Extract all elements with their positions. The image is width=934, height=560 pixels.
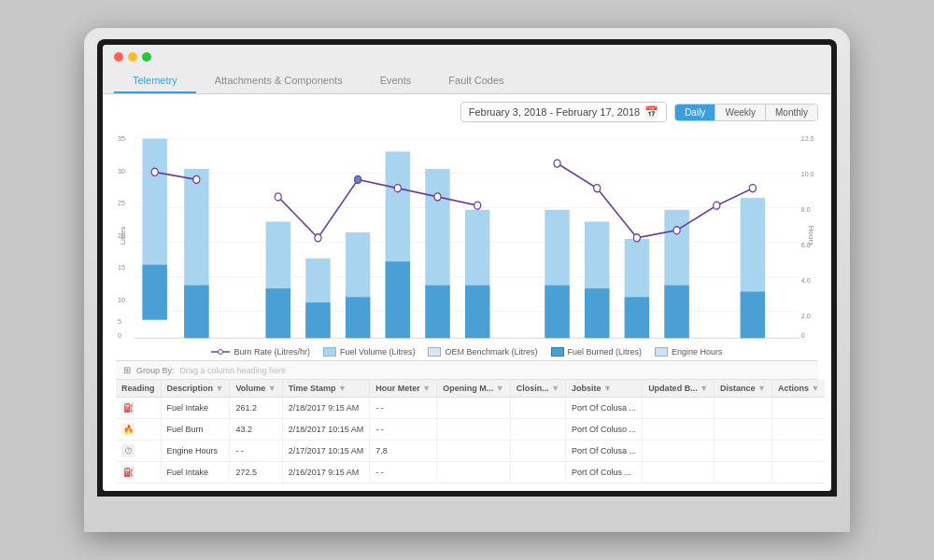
table-row: ⛽ Fuel Intake 261.2 2/18/2017 9:15 AM - … [116, 398, 825, 419]
svg-text:35: 35 [118, 133, 125, 143]
cell-reading-icon: 🔥 [116, 419, 161, 441]
svg-text:02/09: 02/09 [390, 343, 406, 343]
tab-telemetry[interactable]: Telemetry [114, 69, 196, 93]
cell-hour-meter: - - [370, 419, 437, 441]
bar-fuel-burned-11 [585, 288, 609, 338]
daily-button[interactable]: Daily [675, 105, 715, 120]
cell-closing [510, 462, 565, 483]
fuel-icon: ⛽ [121, 401, 134, 414]
svg-text:10: 10 [118, 296, 125, 305]
table-header-row: Reading Description ▼ Volume ▼ Time Stam… [116, 380, 825, 398]
cell-distance [715, 419, 772, 441]
cell-actions [772, 462, 826, 483]
legend-burn-rate: Burn Rate (Litres/hr) [211, 347, 310, 357]
legend-engine-hours: Engine Hours [655, 347, 723, 357]
legend-fuel-burned: Fuel Burned (Litres) [551, 347, 643, 357]
tab-bar: Telemetry Attachments & Components Event… [114, 69, 820, 93]
bar-fuel-burned-4 [305, 302, 330, 338]
dot-7 [434, 193, 441, 201]
tab-fault-codes[interactable]: Fault Codes [430, 69, 522, 93]
col-opening: Opening M... ▼ [437, 380, 510, 398]
monthly-button[interactable]: Monthly [766, 105, 817, 120]
fuel-icon-2: ⛽ [121, 466, 134, 479]
bar-fuel-burned-7 [425, 286, 449, 339]
table-section: ⊞ Group By: Drag a column heading here R… [116, 360, 818, 483]
dot-14 [714, 202, 720, 209]
cell-volume: 43.2 [230, 419, 282, 441]
dot-11 [594, 185, 601, 192]
cell-updated [643, 462, 715, 483]
dot-4 [315, 234, 321, 242]
legend-fuel-volume: Fuel Volume (Litres) [323, 347, 416, 357]
table-row: ⛽ Fuel Intake 272.5 2/16/2017 9:15 AM - … [116, 462, 825, 483]
cell-reading-icon: ⛽ [116, 462, 161, 483]
date-range-display[interactable]: February 3, 2018 - February 17, 2018 📅 [460, 102, 667, 122]
cell-distance [715, 462, 772, 483]
main-content: February 3, 2018 - February 17, 2018 📅 D… [103, 94, 831, 491]
grid-icon: ⊞ [123, 365, 131, 375]
maximize-button[interactable] [142, 52, 151, 62]
tab-attachments[interactable]: Attachments & Components [196, 69, 361, 93]
date-range-text: February 3, 2018 - February 17, 2018 [469, 106, 640, 118]
cell-updated [643, 398, 715, 419]
legend-oem-benchmark: OEM Benchmark (Litres) [428, 347, 537, 357]
col-timestamp: Time Stamp ▼ [282, 380, 370, 398]
svg-text:02/12: 02/12 [510, 343, 526, 343]
col-reading: Reading [116, 380, 161, 398]
svg-text:02/05: 02/05 [229, 343, 245, 343]
weekly-button[interactable]: Weekly [715, 105, 766, 120]
svg-text:25: 25 [118, 199, 125, 208]
dot-8 [474, 202, 481, 209]
svg-text:02/13: 02/13 [549, 343, 565, 343]
calendar-icon: 📅 [644, 105, 658, 119]
table-row: 🔥 Fuel Burn 43.2 2/18/2017 10:15 AM - - … [116, 419, 825, 441]
dot-6 [394, 185, 401, 192]
app-container: Telemetry Attachments & Components Event… [103, 45, 831, 491]
tab-events[interactable]: Events [361, 69, 431, 93]
bar-fuel-burned-3 [266, 288, 290, 338]
group-by-bar: ⊞ Group By: Drag a column heading here [116, 361, 818, 380]
svg-text:02/08: 02/08 [350, 343, 366, 343]
dot-1 [193, 175, 200, 183]
cell-reading-icon: ⛽ [116, 398, 161, 419]
col-actions: Actions ▼ [772, 380, 826, 398]
minimize-button[interactable] [128, 52, 137, 62]
cell-jobsite: Port Of Colusa ... [566, 398, 643, 419]
cell-opening [437, 398, 510, 419]
cell-distance [715, 398, 772, 419]
chart-legend: Burn Rate (Litres/hr) Fuel Volume (Litre… [116, 347, 818, 357]
svg-text:02/11: 02/11 [470, 343, 486, 343]
controls-row: February 3, 2018 - February 17, 2018 📅 D… [116, 102, 818, 122]
bar-fuel-burned-13 [664, 286, 688, 339]
col-closing: Closin... ▼ [510, 380, 565, 398]
svg-text:02/14: 02/14 [589, 343, 605, 343]
close-button[interactable] [114, 52, 123, 62]
cell-closing [510, 419, 565, 441]
cell-reading-icon: ⏱ [116, 441, 161, 462]
svg-text:02/06: 02/06 [271, 343, 287, 343]
col-description: Description ▼ [161, 380, 230, 398]
cell-opening [437, 441, 510, 462]
cell-closing [510, 441, 565, 462]
cell-timestamp: 2/17/2017 10:15 AM [282, 441, 370, 462]
cell-hour-meter: 7.8 [370, 441, 437, 462]
svg-text:02/10: 02/10 [430, 343, 446, 343]
bar-fuel-burned-6 [386, 261, 410, 338]
cell-description: Fuel Intake [161, 462, 230, 483]
dot-12 [633, 234, 640, 242]
cell-updated [643, 441, 715, 462]
cell-timestamp: 2/16/2017 9:15 AM [282, 462, 370, 483]
svg-text:02/03: 02/03 [147, 343, 163, 343]
cell-actions [772, 398, 826, 419]
dot-0 [151, 168, 158, 175]
col-distance: Distance ▼ [715, 380, 772, 398]
window-chrome: Telemetry Attachments & Components Event… [103, 45, 831, 94]
bar-fuel-burned-0 [142, 265, 166, 320]
svg-text:2.0: 2.0 [801, 312, 811, 321]
dot-5 [355, 175, 361, 183]
chart-svg: 35 30 25 20 15 10 5 0 Litres 12.0 [116, 128, 818, 343]
data-table: Reading Description ▼ Volume ▼ Time Stam… [116, 380, 825, 483]
cell-actions [772, 441, 826, 462]
svg-text:02/04: 02/04 [189, 343, 205, 343]
col-volume: Volume ▼ [230, 380, 282, 398]
